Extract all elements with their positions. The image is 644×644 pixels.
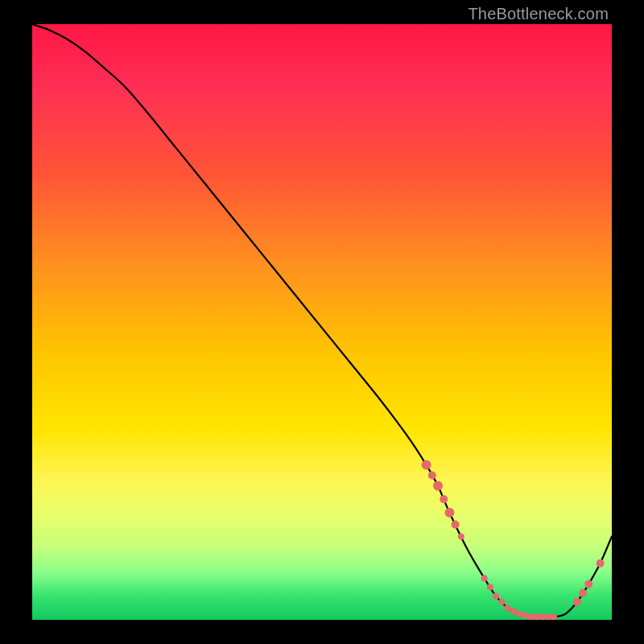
data-marker <box>533 613 539 620</box>
data-marker <box>444 508 454 518</box>
data-marker <box>510 608 517 614</box>
data-marker <box>584 580 592 588</box>
data-marker <box>487 584 493 590</box>
data-marker <box>522 613 528 619</box>
data-marker <box>539 613 546 620</box>
data-marker <box>452 521 460 529</box>
curve-svg <box>32 24 612 620</box>
data-marker <box>527 613 534 620</box>
data-marker <box>573 598 581 606</box>
data-marker <box>493 592 499 599</box>
data-marker <box>481 575 488 581</box>
data-marker <box>458 533 464 539</box>
data-marker <box>504 605 510 611</box>
data-marker <box>516 611 522 617</box>
plot-area <box>32 24 612 620</box>
chart-frame: TheBottleneck.com <box>0 0 644 644</box>
marker-group <box>422 460 605 621</box>
watermark-text: TheBottleneck.com <box>468 5 609 23</box>
data-marker <box>579 589 587 597</box>
data-marker <box>440 495 448 503</box>
data-marker <box>597 559 605 568</box>
data-marker <box>428 472 436 480</box>
data-marker <box>551 613 557 620</box>
data-marker <box>433 481 443 491</box>
bottleneck-curve <box>32 24 612 617</box>
data-marker <box>545 613 551 620</box>
data-marker <box>498 599 505 605</box>
data-marker <box>422 460 431 470</box>
